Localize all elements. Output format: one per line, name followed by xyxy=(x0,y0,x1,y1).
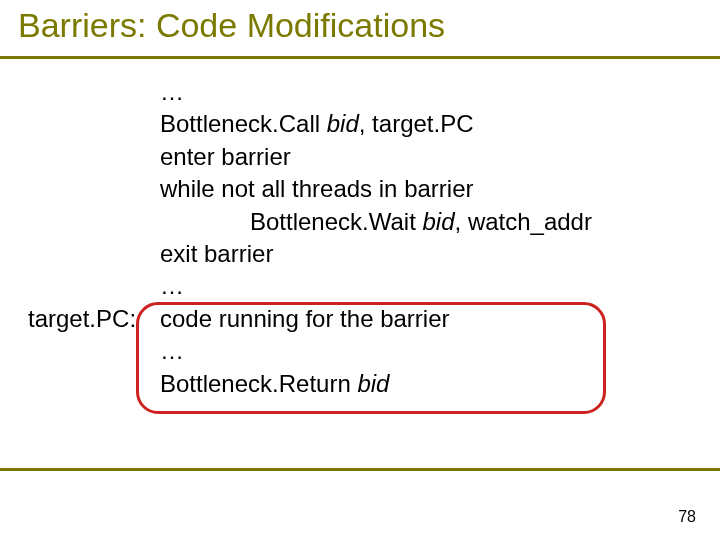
highlight-oval xyxy=(136,302,606,414)
code-line: … xyxy=(28,76,692,108)
code-line: Bottleneck.Call bid, target.PC xyxy=(28,108,692,140)
code-line: exit barrier xyxy=(28,238,692,270)
while-line: while not all threads in barrier xyxy=(160,173,692,205)
exit-barrier: exit barrier xyxy=(160,238,692,270)
code-line: enter barrier xyxy=(28,141,692,173)
title-rule xyxy=(0,56,720,59)
wait-args: , watch_addr xyxy=(455,208,592,235)
bid-param: bid xyxy=(423,208,455,235)
ellipsis: … xyxy=(160,270,692,302)
page-number: 78 xyxy=(678,508,696,526)
bottom-rule xyxy=(0,468,720,471)
ellipsis: … xyxy=(160,76,692,108)
call-args: , target.PC xyxy=(359,110,474,137)
code-line: while not all threads in barrier xyxy=(28,173,692,205)
bid-param: bid xyxy=(327,110,359,137)
enter-barrier: enter barrier xyxy=(160,141,692,173)
code-line: Bottleneck.Wait bid, watch_addr xyxy=(28,206,692,238)
code-line: … xyxy=(28,270,692,302)
call-keyword: Bottleneck.Call xyxy=(160,110,327,137)
wait-keyword: Bottleneck.Wait xyxy=(250,208,423,235)
slide-title: Barriers: Code Modifications xyxy=(18,6,445,45)
